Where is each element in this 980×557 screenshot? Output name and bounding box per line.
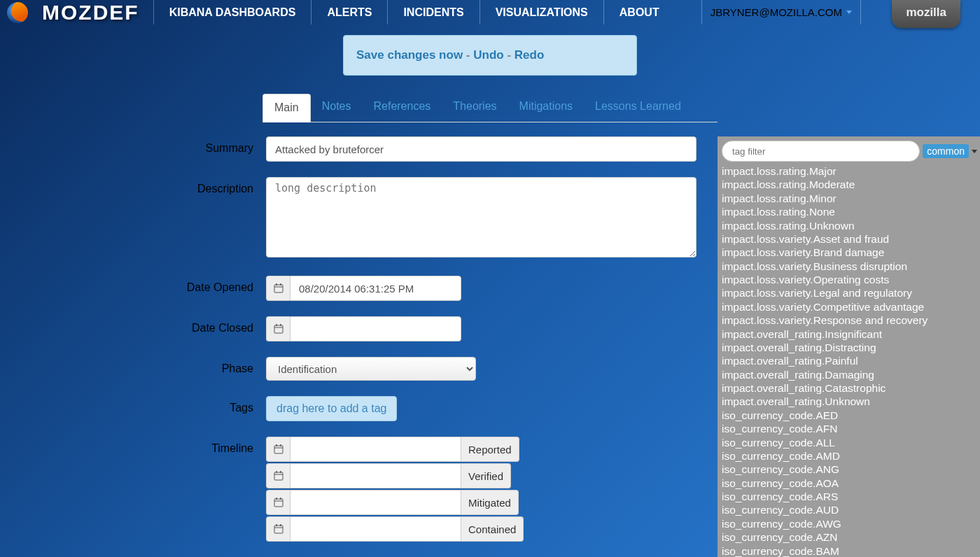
tag-item[interactable]: iso_currency_code.AZN — [722, 530, 977, 544]
form-area: Summary Description Date Opened — [0, 136, 980, 557]
svg-rect-0 — [274, 285, 283, 292]
svg-rect-12 — [274, 472, 283, 480]
tag-item[interactable]: impact.loss.rating.Major — [722, 164, 977, 178]
date-opened-input[interactable] — [290, 276, 461, 301]
navbar: MOZDEF KIBANA DASHBOARDSALERTSINCIDENTSV… — [0, 0, 980, 24]
summary-input[interactable] — [266, 136, 696, 162]
timeline-verified-label: Verified — [461, 463, 511, 488]
phase-label: Phase — [35, 357, 266, 375]
nav-link-about[interactable]: ABOUT — [603, 0, 675, 24]
timeline-row: Contained — [266, 516, 718, 542]
chevron-down-icon — [846, 10, 852, 14]
tab-main[interactable]: Main — [262, 94, 311, 122]
tag-item[interactable]: impact.overall_rating.Damaging — [722, 368, 977, 381]
row-description: Description — [35, 177, 718, 260]
user-menu[interactable]: JBRYNER@MOZILLA.COM — [701, 0, 861, 24]
mozilla-tab[interactable]: mozilla — [892, 0, 960, 28]
tag-item[interactable]: impact.overall_rating.Insignificant — [722, 327, 977, 341]
nav-link-kibana-dashboards[interactable]: KIBANA DASHBOARDS — [153, 0, 312, 24]
timeline-mitigated-label: Mitigated — [461, 490, 519, 515]
description-label: Description — [35, 177, 266, 195]
message-box: Save changes now - Undo - Redo — [343, 35, 637, 76]
tags-label: Tags — [35, 396, 266, 414]
row-timeline: Timeline ReportedVerifiedMitigatedContai… — [35, 437, 718, 543]
calendar-icon[interactable] — [266, 463, 290, 488]
row-tags: Tags drag here to add a tag — [35, 396, 718, 421]
svg-rect-8 — [274, 446, 283, 453]
separator: - — [507, 48, 514, 62]
tag-item[interactable]: iso_currency_code.AFN — [722, 422, 977, 435]
tab-notes[interactable]: Notes — [311, 93, 363, 122]
tag-filter-input[interactable] — [722, 141, 920, 162]
tab-mitigations[interactable]: Mitigations — [508, 93, 584, 122]
row-summary: Summary — [35, 136, 718, 162]
tag-item[interactable]: iso_currency_code.AUD — [722, 503, 977, 516]
nav-link-incidents[interactable]: INCIDENTS — [387, 0, 479, 24]
tag-item[interactable]: iso_currency_code.ARS — [722, 490, 977, 503]
timeline-contained-input[interactable] — [290, 516, 461, 542]
phase-select[interactable]: Identification — [266, 357, 476, 381]
tag-item[interactable]: impact.overall_rating.Distracting — [722, 341, 977, 354]
tag-item[interactable]: impact.loss.variety.Business disruption — [722, 260, 977, 273]
tag-dropzone[interactable]: drag here to add a tag — [266, 396, 397, 421]
brand[interactable]: MOZDEF — [42, 1, 139, 24]
tag-item[interactable]: impact.loss.rating.None — [722, 205, 977, 218]
tag-item[interactable]: impact.overall_rating.Painful — [722, 354, 977, 367]
timeline-contained-label: Contained — [461, 516, 524, 542]
tag-item[interactable]: iso_currency_code.AWG — [722, 517, 977, 530]
calendar-icon[interactable] — [266, 316, 290, 341]
tag-item[interactable]: impact.loss.variety.Competitive advantag… — [722, 300, 977, 313]
firefox-icon — [7, 2, 28, 23]
common-badge[interactable]: common — [923, 144, 969, 158]
description-input[interactable] — [266, 177, 696, 258]
tag-item[interactable]: impact.overall_rating.Unknown — [722, 395, 977, 408]
tag-item[interactable]: iso_currency_code.AED — [722, 409, 977, 422]
row-date-closed: Date Closed — [35, 316, 718, 341]
chevron-down-icon[interactable] — [972, 150, 977, 153]
undo-link[interactable]: Undo — [473, 48, 503, 62]
svg-rect-20 — [274, 526, 283, 533]
tag-item[interactable]: impact.loss.variety.Asset and fraud — [722, 232, 977, 246]
nav-link-alerts[interactable]: ALERTS — [311, 0, 387, 24]
timeline-label: Timeline — [35, 437, 266, 455]
incident-tabs: MainNotesReferencesTheoriesMitigationsLe… — [262, 93, 718, 122]
nav-links: KIBANA DASHBOARDSALERTSINCIDENTSVISUALIZ… — [153, 0, 675, 24]
tag-panel: common impact.loss.rating.Majorimpact.lo… — [718, 136, 980, 557]
nav-link-visualizations[interactable]: VISUALIZATIONS — [479, 0, 603, 24]
timeline-reported-label: Reported — [461, 437, 519, 462]
tab-theories[interactable]: Theories — [442, 93, 507, 122]
calendar-icon[interactable] — [266, 276, 290, 301]
timeline-reported-input[interactable] — [290, 437, 461, 462]
tag-item[interactable]: impact.loss.variety.Legal and regulatory — [722, 286, 977, 299]
date-closed-input[interactable] — [290, 316, 461, 341]
timeline-row: Reported — [266, 437, 718, 462]
summary-label: Summary — [35, 136, 266, 155]
redo-link[interactable]: Redo — [514, 48, 545, 62]
tag-item[interactable]: impact.loss.rating.Moderate — [722, 178, 977, 191]
tag-item[interactable]: impact.loss.variety.Brand damage — [722, 246, 977, 259]
tag-item[interactable]: impact.loss.rating.Minor — [722, 192, 977, 205]
tab-references[interactable]: References — [362, 93, 442, 122]
tag-item[interactable]: impact.loss.variety.Response and recover… — [722, 313, 977, 327]
tab-lessons-learned[interactable]: Lessons Learned — [584, 93, 692, 122]
tag-item[interactable]: iso_currency_code.ALL — [722, 436, 977, 449]
tag-item[interactable]: impact.overall_rating.Catastrophic — [722, 381, 977, 395]
tag-item[interactable]: iso_currency_code.AMD — [722, 449, 977, 463]
calendar-icon[interactable] — [266, 437, 290, 462]
calendar-icon[interactable] — [266, 516, 290, 542]
date-opened-label: Date Opened — [35, 276, 266, 294]
timeline-verified-input[interactable] — [290, 463, 461, 488]
date-closed-label: Date Closed — [35, 316, 266, 334]
row-date-opened: Date Opened — [35, 276, 718, 301]
tag-item[interactable]: impact.loss.variety.Operating costs — [722, 273, 977, 286]
tag-item[interactable]: iso_currency_code.AOA — [722, 477, 977, 490]
row-phase: Phase Identification — [35, 357, 718, 381]
tag-item[interactable]: iso_currency_code.BAM — [722, 544, 977, 558]
tag-item[interactable]: impact.loss.rating.Unknown — [722, 219, 977, 232]
timeline-row: Verified — [266, 463, 718, 488]
calendar-icon[interactable] — [266, 490, 290, 515]
save-changes-link[interactable]: Save changes now — [356, 48, 463, 62]
svg-rect-16 — [274, 499, 283, 507]
tag-item[interactable]: iso_currency_code.ANG — [722, 463, 977, 476]
timeline-mitigated-input[interactable] — [290, 490, 461, 515]
